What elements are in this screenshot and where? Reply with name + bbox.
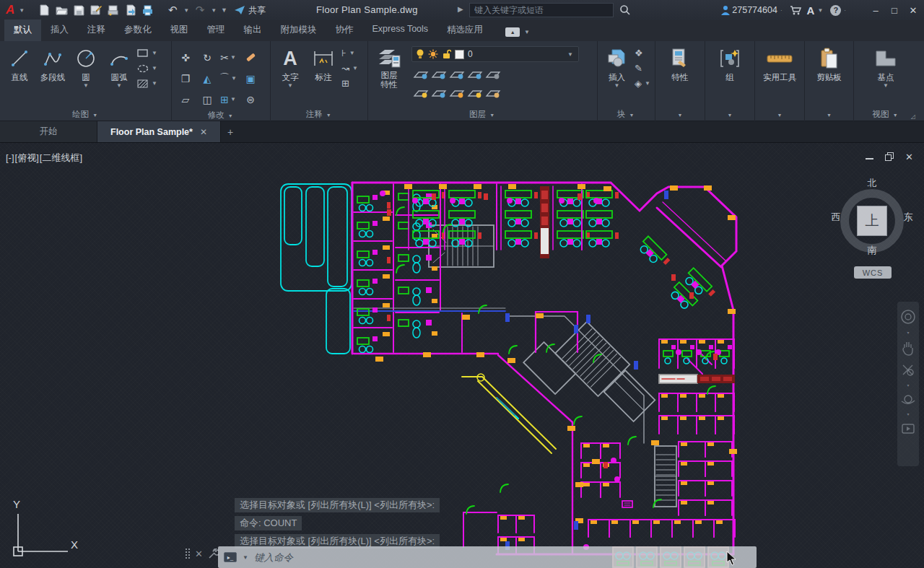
insert-caret-icon[interactable]: ▼ [613,82,622,89]
drawing-canvas[interactable]: [-][俯视][二维线框] ✕ 上 北 南 西 东 WCS ▾ ▾ ▾ [0,143,924,568]
ribbon-tab-10[interactable]: Express Tools [363,19,438,41]
insert-block-button[interactable]: 插入 ▼ [601,44,633,89]
navbar-caret-icon[interactable]: ▾ [907,413,909,416]
signed-in-user[interactable]: 275774604 · [720,5,783,15]
layer-tool-isolate-icon[interactable] [411,65,430,84]
drawing-close-button[interactable]: ✕ [905,152,915,162]
panel-label-groups[interactable]: ▼ [705,109,754,121]
navigation-wheel-icon[interactable] [900,309,916,325]
panel-label-properties[interactable]: ▼ [655,109,705,121]
layer-tool-freeze-icon[interactable] [430,65,448,84]
mirror-tool[interactable]: ◭ [196,68,218,89]
create-block-tool[interactable]: ❖ [635,48,652,58]
circle-caret-icon[interactable]: ▼ [82,82,90,89]
layer-tool-thaw-sun-icon[interactable] [448,84,466,102]
viewport-view-control[interactable]: [俯视] [15,152,39,163]
search-icon[interactable] [619,4,631,16]
scale-tool[interactable]: ◫ [196,89,218,110]
fillet-tool[interactable]: ⌒▼ [218,68,240,89]
viewcube-top-face[interactable]: 上 [857,206,887,236]
share-button[interactable]: 共享 [235,4,266,17]
help-button[interactable]: ? · [830,5,847,16]
ribbon-tab-4[interactable]: 参数化 [115,19,161,41]
panel-label-modify[interactable]: 修改 ▼ [172,110,270,121]
panel-label-annotation[interactable]: 注释 ▼ [271,109,367,121]
search-input[interactable] [470,5,613,15]
search-field[interactable] [469,3,614,17]
arc-caret-icon[interactable]: ▼ [115,82,123,89]
floor-plan-drawing[interactable] [0,143,924,568]
new-drawing-tab-button[interactable]: + [221,121,240,142]
move-tool[interactable]: ✜ [175,47,196,68]
cart-icon[interactable] [790,5,801,15]
viewcube-south[interactable]: 南 [865,244,879,257]
close-button[interactable]: ✕ [907,5,920,16]
redo-icon[interactable]: ↷ [192,2,208,18]
copy-tool[interactable]: ❐ [175,68,196,89]
command-bar[interactable]: ▸_ ▼ [218,546,757,568]
erase-tool[interactable] [240,47,261,68]
ribbon-tab-1[interactable]: 默认 [4,19,41,41]
base-view-button[interactable]: 基点 ▼ [869,44,902,89]
utilities-button[interactable]: 实用工具 [758,44,801,82]
panel-label-view[interactable]: 视图 ▼ [854,109,918,121]
panel-label-block[interactable]: 块 ▼ [598,109,655,121]
viewcube-north[interactable]: 北 [865,177,879,190]
dimension-tool[interactable]: 标注 [307,44,340,82]
layer-tool-lock-icon[interactable] [466,65,484,84]
minimize-button[interactable]: – [869,5,882,16]
define-attributes-tool[interactable]: ◈▼ [635,79,652,89]
hatch-tool[interactable]: ▼ [137,79,159,89]
viewcube-west[interactable]: 西 [829,211,843,224]
navbar-caret-icon[interactable]: ▾ [907,384,909,387]
edit-block-tool[interactable]: ✎ [635,64,652,74]
leader-tool[interactable]: ↝▼ [341,64,359,74]
command-options-caret-icon[interactable]: ▼ [241,554,250,561]
layer-tool-on-bulb-icon[interactable] [411,84,430,102]
command-window-icon[interactable]: ▸_ [224,552,237,562]
print-icon[interactable] [140,2,156,18]
layer-tool-delete-icon[interactable] [484,84,502,102]
ribbon-tab-3[interactable]: 注释 [78,19,115,41]
ribbon-tab-8[interactable]: 附加模块 [271,19,326,41]
drawing-minimize-button[interactable] [865,152,875,162]
export-icon[interactable] [123,2,139,18]
ribbon-tab-5[interactable]: 视图 [161,19,198,41]
plot-icon[interactable] [105,2,121,18]
zoom-icon[interactable] [901,363,915,377]
linear-dimension-tool[interactable]: ⊦▼ [341,48,359,58]
qat-customize-icon[interactable]: ▼ [219,6,229,14]
showmotion-icon[interactable] [901,422,915,435]
autodesk-app-button[interactable]: A ▼ [807,4,825,17]
ribbon-tab-9[interactable]: 协作 [326,19,363,41]
text-tool[interactable]: A 文字 ▼ [274,44,307,89]
panel-label-utilities[interactable]: ▼ [755,109,804,121]
circle-tool[interactable]: 圆 ▼ [69,44,103,89]
app-menu-caret-icon[interactable]: ▼ [17,7,26,14]
undo-caret-icon[interactable]: ▼ [182,7,191,14]
redo-caret-icon[interactable]: ▼ [209,7,218,14]
wcs-dropdown[interactable]: WCS [854,266,892,279]
save-as-icon[interactable] [88,2,104,18]
panel-label-layers[interactable]: 图层 ▼ [368,109,597,121]
panel-launcher-icon[interactable]: ◿ [911,113,915,120]
layer-tool-unlock-icon[interactable] [466,84,484,102]
navbar-caret-icon[interactable]: ▾ [907,331,909,334]
rotate-tool[interactable]: ↻ [196,47,218,68]
command-close-icon[interactable]: ✕ [195,549,203,559]
file-tab-close-icon[interactable]: ✕ [200,127,207,137]
layer-properties-button[interactable]: 图层 特性 [371,44,407,89]
command-grip-icon[interactable] [185,548,190,559]
orbit-icon[interactable] [900,393,916,406]
new-file-icon[interactable] [36,2,52,18]
ribbon-tab-6[interactable]: 管理 [198,19,235,41]
stretch-tool[interactable]: ▱ [175,89,196,110]
ribbon-tab-7[interactable]: 输出 [235,19,271,41]
user-menu-caret-icon[interactable]: · [779,7,784,14]
group-button[interactable]: 组 [713,44,746,82]
drawing-restore-button[interactable] [885,152,895,162]
layer-tool-off-bulb-icon[interactable] [448,65,466,84]
maximize-button[interactable]: □ [888,5,901,16]
text-caret-icon[interactable]: ▼ [286,82,295,89]
ribbon-collapse-button[interactable]: ▲ ▼ [505,27,531,37]
